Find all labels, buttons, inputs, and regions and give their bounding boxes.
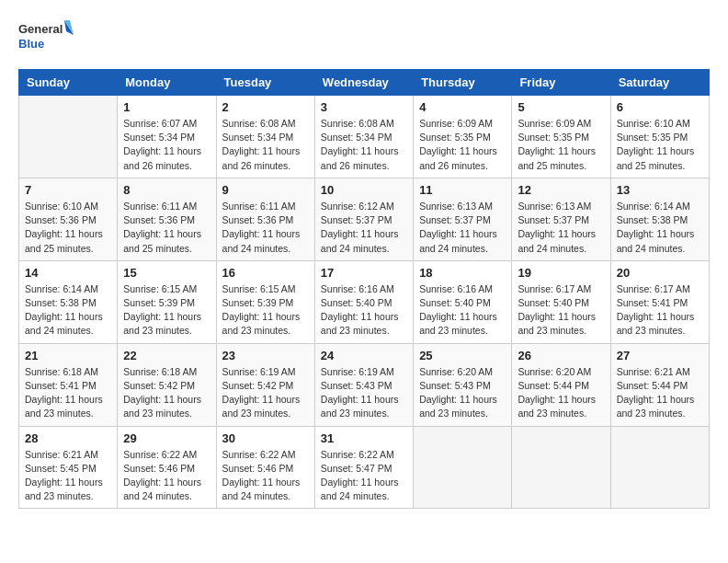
day-info: Sunrise: 6:13 AMSunset: 5:37 PMDaylight:…	[518, 200, 604, 256]
calendar-cell: 14Sunrise: 6:14 AMSunset: 5:38 PMDayligh…	[19, 260, 118, 343]
calendar-cell: 15Sunrise: 6:15 AMSunset: 5:39 PMDayligh…	[118, 260, 216, 343]
calendar-day-header: Wednesday	[314, 70, 413, 96]
calendar-cell: 20Sunrise: 6:17 AMSunset: 5:41 PMDayligh…	[610, 260, 709, 343]
calendar-week-row: 28Sunrise: 6:21 AMSunset: 5:45 PMDayligh…	[19, 426, 710, 509]
day-info: Sunrise: 6:18 AMSunset: 5:41 PMDaylight:…	[25, 365, 111, 421]
calendar-cell: 6Sunrise: 6:10 AMSunset: 5:35 PMDaylight…	[610, 96, 709, 178]
calendar-cell: 7Sunrise: 6:10 AMSunset: 5:36 PMDaylight…	[19, 178, 118, 260]
day-info: Sunrise: 6:14 AMSunset: 5:38 PMDaylight:…	[25, 282, 111, 339]
day-number: 3	[321, 100, 407, 114]
day-number: 23	[222, 349, 309, 362]
day-number: 27	[617, 349, 703, 362]
page-header: General Blue	[18, 18, 710, 60]
calendar-cell: 18Sunrise: 6:16 AMSunset: 5:40 PMDayligh…	[414, 260, 512, 343]
day-number: 10	[321, 183, 407, 197]
calendar-cell: 30Sunrise: 6:22 AMSunset: 5:46 PMDayligh…	[216, 426, 314, 509]
calendar-cell	[19, 96, 118, 178]
day-number: 9	[222, 183, 309, 197]
calendar-cell: 8Sunrise: 6:11 AMSunset: 5:36 PMDaylight…	[118, 178, 216, 260]
calendar-cell: 11Sunrise: 6:13 AMSunset: 5:37 PMDayligh…	[414, 178, 512, 260]
day-info: Sunrise: 6:11 AMSunset: 5:36 PMDaylight:…	[222, 200, 309, 256]
logo-svg: General Blue	[18, 18, 74, 60]
day-number: 6	[617, 100, 703, 114]
day-info: Sunrise: 6:20 AMSunset: 5:44 PMDaylight:…	[518, 365, 604, 421]
calendar-cell: 17Sunrise: 6:16 AMSunset: 5:40 PMDayligh…	[314, 260, 413, 343]
calendar-day-header: Thursday	[414, 70, 512, 96]
calendar-day-header: Sunday	[19, 70, 118, 96]
day-info: Sunrise: 6:21 AMSunset: 5:45 PMDaylight:…	[25, 448, 111, 504]
day-info: Sunrise: 6:12 AMSunset: 5:37 PMDaylight:…	[321, 200, 407, 256]
day-number: 26	[518, 349, 604, 362]
day-number: 8	[123, 183, 210, 197]
day-info: Sunrise: 6:17 AMSunset: 5:40 PMDaylight:…	[518, 282, 604, 339]
calendar-day-header: Monday	[118, 70, 216, 96]
day-info: Sunrise: 6:19 AMSunset: 5:42 PMDaylight:…	[222, 365, 309, 421]
day-info: Sunrise: 6:16 AMSunset: 5:40 PMDaylight:…	[321, 282, 407, 339]
day-number: 13	[617, 183, 703, 197]
day-info: Sunrise: 6:10 AMSunset: 5:36 PMDaylight:…	[25, 200, 111, 256]
day-number: 11	[419, 183, 506, 197]
calendar-cell: 27Sunrise: 6:21 AMSunset: 5:44 PMDayligh…	[610, 343, 709, 426]
calendar-cell: 23Sunrise: 6:19 AMSunset: 5:42 PMDayligh…	[216, 343, 314, 426]
day-number: 4	[419, 100, 506, 114]
calendar-cell: 5Sunrise: 6:09 AMSunset: 5:35 PMDaylight…	[512, 96, 610, 178]
day-number: 12	[518, 183, 604, 197]
logo: General Blue	[18, 18, 74, 60]
calendar-week-row: 21Sunrise: 6:18 AMSunset: 5:41 PMDayligh…	[19, 343, 710, 426]
day-number: 31	[321, 431, 407, 445]
calendar-cell: 25Sunrise: 6:20 AMSunset: 5:43 PMDayligh…	[414, 343, 512, 426]
day-number: 22	[123, 349, 210, 362]
calendar-cell: 4Sunrise: 6:09 AMSunset: 5:35 PMDaylight…	[414, 96, 512, 178]
day-number: 17	[321, 266, 407, 280]
calendar-table: SundayMondayTuesdayWednesdayThursdayFrid…	[18, 69, 710, 509]
day-info: Sunrise: 6:16 AMSunset: 5:40 PMDaylight:…	[419, 282, 506, 339]
calendar-header-row: SundayMondayTuesdayWednesdayThursdayFrid…	[19, 70, 710, 96]
calendar-cell: 22Sunrise: 6:18 AMSunset: 5:42 PMDayligh…	[118, 343, 216, 426]
day-info: Sunrise: 6:17 AMSunset: 5:41 PMDaylight:…	[617, 282, 703, 339]
calendar-cell: 1Sunrise: 6:07 AMSunset: 5:34 PMDaylight…	[118, 96, 216, 178]
svg-text:Blue: Blue	[18, 37, 44, 51]
day-info: Sunrise: 6:07 AMSunset: 5:34 PMDaylight:…	[123, 117, 210, 173]
calendar-cell: 26Sunrise: 6:20 AMSunset: 5:44 PMDayligh…	[512, 343, 610, 426]
day-info: Sunrise: 6:19 AMSunset: 5:43 PMDaylight:…	[321, 365, 407, 421]
day-number: 25	[419, 349, 506, 362]
day-info: Sunrise: 6:22 AMSunset: 5:46 PMDaylight:…	[222, 448, 309, 504]
day-number: 1	[123, 100, 210, 114]
calendar-cell: 24Sunrise: 6:19 AMSunset: 5:43 PMDayligh…	[314, 343, 413, 426]
day-info: Sunrise: 6:18 AMSunset: 5:42 PMDaylight:…	[123, 365, 210, 421]
day-info: Sunrise: 6:20 AMSunset: 5:43 PMDaylight:…	[419, 365, 506, 421]
day-number: 20	[617, 266, 703, 280]
calendar-cell: 3Sunrise: 6:08 AMSunset: 5:34 PMDaylight…	[314, 96, 413, 178]
day-number: 18	[419, 266, 506, 280]
day-info: Sunrise: 6:14 AMSunset: 5:38 PMDaylight:…	[617, 200, 703, 256]
calendar-week-row: 14Sunrise: 6:14 AMSunset: 5:38 PMDayligh…	[19, 260, 710, 343]
day-info: Sunrise: 6:09 AMSunset: 5:35 PMDaylight:…	[518, 117, 604, 173]
calendar-cell: 9Sunrise: 6:11 AMSunset: 5:36 PMDaylight…	[216, 178, 314, 260]
day-number: 30	[222, 431, 309, 445]
day-number: 21	[25, 349, 111, 362]
day-number: 2	[222, 100, 309, 114]
calendar-cell: 29Sunrise: 6:22 AMSunset: 5:46 PMDayligh…	[118, 426, 216, 509]
day-info: Sunrise: 6:08 AMSunset: 5:34 PMDaylight:…	[321, 117, 407, 173]
calendar-day-header: Friday	[512, 70, 610, 96]
day-number: 7	[25, 183, 111, 197]
day-info: Sunrise: 6:08 AMSunset: 5:34 PMDaylight:…	[222, 117, 309, 173]
day-number: 5	[518, 100, 604, 114]
calendar-cell: 21Sunrise: 6:18 AMSunset: 5:41 PMDayligh…	[19, 343, 118, 426]
calendar-cell: 16Sunrise: 6:15 AMSunset: 5:39 PMDayligh…	[216, 260, 314, 343]
calendar-week-row: 1Sunrise: 6:07 AMSunset: 5:34 PMDaylight…	[19, 96, 710, 178]
calendar-cell: 10Sunrise: 6:12 AMSunset: 5:37 PMDayligh…	[314, 178, 413, 260]
day-number: 19	[518, 266, 604, 280]
calendar-day-header: Saturday	[610, 70, 709, 96]
day-info: Sunrise: 6:15 AMSunset: 5:39 PMDaylight:…	[222, 282, 309, 339]
day-info: Sunrise: 6:22 AMSunset: 5:47 PMDaylight:…	[321, 448, 407, 504]
day-number: 28	[25, 431, 111, 445]
calendar-day-header: Tuesday	[216, 70, 314, 96]
svg-text:General: General	[18, 22, 63, 36]
calendar-cell: 28Sunrise: 6:21 AMSunset: 5:45 PMDayligh…	[19, 426, 118, 509]
calendar-week-row: 7Sunrise: 6:10 AMSunset: 5:36 PMDaylight…	[19, 178, 710, 260]
calendar-cell	[414, 426, 512, 509]
day-info: Sunrise: 6:22 AMSunset: 5:46 PMDaylight:…	[123, 448, 210, 504]
day-info: Sunrise: 6:10 AMSunset: 5:35 PMDaylight:…	[617, 117, 703, 173]
day-info: Sunrise: 6:15 AMSunset: 5:39 PMDaylight:…	[123, 282, 210, 339]
